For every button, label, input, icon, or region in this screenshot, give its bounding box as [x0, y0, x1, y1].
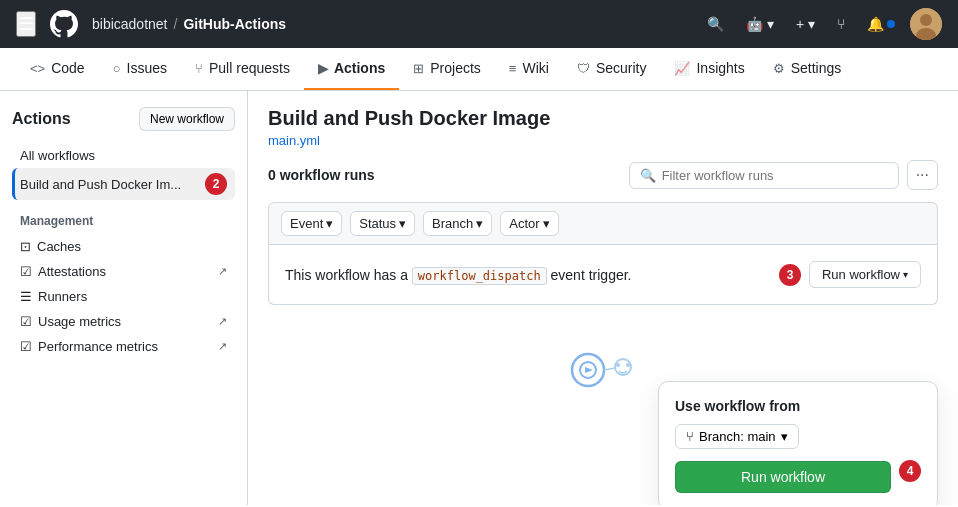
actor-filter-label: Actor	[509, 216, 539, 231]
repo-name[interactable]: GitHub-Actions	[183, 16, 286, 32]
sidebar-item-all-workflows[interactable]: All workflows	[12, 143, 235, 168]
search-button[interactable]: 🔍	[700, 11, 731, 37]
sidebar-item-performance-metrics[interactable]: ☑Performance metrics ↗	[12, 334, 235, 359]
tab-code[interactable]: <> Code	[16, 48, 99, 90]
run-workflow-button[interactable]: Run workflow ▾	[809, 261, 921, 288]
search-input[interactable]	[662, 168, 888, 183]
sidebar-item-attestations[interactable]: ☑Attestations ↗	[12, 259, 235, 284]
external-link-icon-usage: ↗	[218, 315, 227, 328]
run-workflow-label: Run workflow	[822, 267, 900, 282]
dispatch-area: This workflow has a workflow_dispatch ev…	[268, 245, 938, 305]
runners-label: Runners	[38, 289, 87, 304]
search-icon: 🔍	[640, 168, 656, 183]
tab-pull-requests[interactable]: ⑂ Pull requests	[181, 48, 304, 90]
caches-icon: ⊡	[20, 239, 31, 254]
topbar-actions: 🔍 🤖 ▾ + ▾ ⑂ 🔔	[700, 8, 942, 40]
filter-event-button[interactable]: Event ▾	[281, 211, 342, 236]
nav-tabs: <> Code ○ Issues ⑂ Pull requests ▶ Actio…	[0, 48, 958, 91]
tab-projects[interactable]: ⊞ Projects	[399, 48, 495, 90]
sidebar-item-usage-metrics[interactable]: ☑Usage metrics ↗	[12, 309, 235, 334]
tab-issues[interactable]: ○ Issues	[99, 48, 181, 90]
performance-metrics-icon: ☑	[20, 339, 32, 354]
search-box[interactable]: 🔍	[629, 162, 899, 189]
branch-icon: ⑂	[686, 429, 694, 444]
workflow-subheader: 0 workflow runs 🔍 ···	[268, 160, 938, 190]
caches-label: Caches	[37, 239, 81, 254]
tab-actions[interactable]: ▶ Actions	[304, 48, 399, 90]
filter-status-button[interactable]: Status ▾	[350, 211, 415, 236]
new-workflow-button[interactable]: New workflow	[139, 107, 235, 131]
external-link-icon-performance: ↗	[218, 340, 227, 353]
branch-filter-label: Branch	[432, 216, 473, 231]
notifications-button[interactable]: 🔔	[860, 11, 902, 37]
dispatch-text-suffix: event trigger.	[551, 267, 632, 283]
tab-insights[interactable]: 📈 Insights	[660, 48, 758, 90]
tab-settings[interactable]: ⚙ Settings	[759, 48, 856, 90]
dispatch-code: workflow_dispatch	[412, 267, 547, 285]
svg-point-1	[920, 14, 932, 26]
run-workflow-green-button[interactable]: Run workflow	[675, 461, 891, 493]
event-chevron-icon: ▾	[326, 216, 333, 231]
run-workflow-chevron-icon: ▾	[903, 269, 908, 280]
breadcrumb: bibicadotnet / GitHub-Actions	[92, 16, 286, 32]
status-chevron-icon: ▾	[399, 216, 406, 231]
all-workflows-label: All workflows	[20, 148, 95, 163]
performance-metrics-label: Performance metrics	[38, 339, 158, 354]
layout: Actions New workflow All workflows Build…	[0, 91, 958, 505]
copilot-button[interactable]: 🤖 ▾	[739, 11, 781, 37]
badge-2: 2	[205, 173, 227, 195]
filter-actor-button[interactable]: Actor ▾	[500, 211, 558, 236]
more-options-button[interactable]: ···	[907, 160, 938, 190]
sidebar: Actions New workflow All workflows Build…	[0, 91, 248, 505]
run-workflow-dropdown: Use workflow from ⑂ Branch: main ▾ Run w…	[658, 381, 938, 505]
hamburger-button[interactable]: ☰	[16, 11, 36, 37]
dispatch-text-prefix: This workflow has a	[285, 267, 408, 283]
header-right: 🔍 ···	[629, 160, 938, 190]
active-workflow-label: Build and Push Docker Im...	[20, 177, 199, 192]
tab-wiki[interactable]: ≡ Wiki	[495, 48, 563, 90]
attestations-label: Attestations	[38, 264, 106, 279]
svg-marker-5	[585, 367, 593, 373]
avatar[interactable]	[910, 8, 942, 40]
run-btn-container: Run workflow 4	[675, 449, 921, 493]
filters-bar: Event ▾ Status ▾ Branch ▾ Actor ▾	[268, 202, 938, 245]
sidebar-item-runners[interactable]: ☰Runners	[12, 284, 235, 309]
svg-point-7	[616, 363, 620, 367]
sidebar-item-caches[interactable]: ⊡Caches	[12, 234, 235, 259]
tab-security[interactable]: 🛡 Security	[563, 48, 661, 90]
badge-3: 3	[779, 264, 801, 286]
branch-label: Branch: main	[699, 429, 776, 444]
plus-button[interactable]: + ▾	[789, 11, 822, 37]
github-logo	[48, 8, 80, 40]
sidebar-item-active-workflow[interactable]: Build and Push Docker Im... 2	[12, 168, 235, 200]
badge-4: 4	[899, 460, 921, 482]
usage-metrics-icon: ☑	[20, 314, 32, 329]
dispatch-text: This workflow has a workflow_dispatch ev…	[285, 267, 631, 283]
main-content: Build and Push Docker Image main.yml 0 w…	[248, 91, 958, 505]
runners-icon: ☰	[20, 289, 32, 304]
filter-branch-button[interactable]: Branch ▾	[423, 211, 492, 236]
branch-chevron-icon: ▾	[781, 429, 788, 444]
branch-chevron-icon: ▾	[476, 216, 483, 231]
pr-button[interactable]: ⑂	[830, 11, 852, 37]
sidebar-management-section: Management	[20, 214, 235, 228]
org-name[interactable]: bibicadotnet	[92, 16, 168, 32]
status-filter-label: Status	[359, 216, 396, 231]
breadcrumb-sep: /	[174, 16, 178, 32]
external-link-icon-attestations: ↗	[218, 265, 227, 278]
workflow-title: Build and Push Docker Image	[268, 107, 938, 130]
svg-line-9	[604, 368, 615, 370]
run-workflow-container: 3 Run workflow ▾	[779, 261, 921, 288]
sidebar-title: Actions	[12, 110, 71, 128]
attestations-icon: ☑	[20, 264, 32, 279]
event-filter-label: Event	[290, 216, 323, 231]
workflow-file-link[interactable]: main.yml	[268, 133, 320, 148]
topbar: ☰ bibicadotnet / GitHub-Actions 🔍 🤖 ▾ + …	[0, 0, 958, 48]
usage-metrics-label: Usage metrics	[38, 314, 121, 329]
runs-count: 0 workflow runs	[268, 167, 375, 183]
sidebar-header: Actions New workflow	[12, 107, 235, 131]
actor-chevron-icon: ▾	[543, 216, 550, 231]
svg-point-8	[626, 363, 630, 367]
branch-selector-button[interactable]: ⑂ Branch: main ▾	[675, 424, 799, 449]
dropdown-title: Use workflow from	[675, 398, 921, 414]
